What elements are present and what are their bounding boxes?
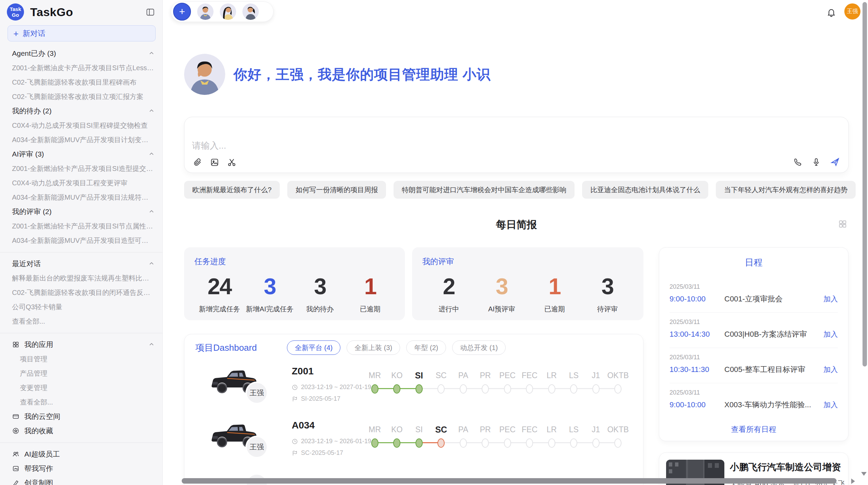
vertical-scrollbar[interactable] xyxy=(863,2,867,366)
view-all-schedule-link[interactable]: 查看所有日程 xyxy=(659,424,848,435)
scroll-down-arrow[interactable] xyxy=(861,472,867,476)
milestone-dot xyxy=(526,384,533,394)
layout-grid-icon[interactable] xyxy=(838,219,847,230)
project-row-z001[interactable]: 王强 Z001 2023-12-19 ~ 2027-01-19 SI-2025-… xyxy=(195,362,633,416)
recent-chat-item[interactable]: 解释最新出台的欧盟报废车法规再生塑料比例被调至15%... xyxy=(0,271,162,285)
milestone-label: FEC xyxy=(522,423,538,436)
sidebar-task-item[interactable]: Z001-全新燃油皮卡产品开发项目SI节点Lesson Learn报告 xyxy=(0,61,162,75)
milestone-line xyxy=(445,388,460,389)
join-button[interactable]: 加入 xyxy=(823,329,838,339)
project-owner-badge: 王强 xyxy=(245,436,268,458)
section-header-my-todo[interactable]: 我的待办 (2) xyxy=(0,104,162,118)
sidebar-task-item[interactable]: Z001-全新燃油轻卡产品开发项目SI节点属性5D文件评审 xyxy=(0,219,162,233)
sidebar-item-help-write[interactable]: 帮我写作 xyxy=(0,461,162,476)
user-avatar[interactable]: 王强 xyxy=(844,3,860,20)
milestone-label: LS xyxy=(569,369,579,382)
stat-label: AI预评审 xyxy=(475,304,528,314)
recent-chat-item[interactable]: 查看全部... xyxy=(0,314,162,328)
milestone-line xyxy=(400,388,415,389)
stat-value: 3 xyxy=(475,273,528,300)
dashboard-tab[interactable]: 年型 (2) xyxy=(406,340,446,355)
notifications-bell-icon[interactable] xyxy=(827,8,836,18)
stat-label: 进行中 xyxy=(422,304,475,314)
milestone: MR xyxy=(364,369,386,394)
milestone: KO xyxy=(386,369,408,394)
milestone-label: PEC xyxy=(499,369,516,382)
sidebar-task-item[interactable]: C02-飞腾新能源轻客改款项目里程碑画布 xyxy=(0,75,162,89)
section-header-ai-review[interactable]: AI评审 (3) xyxy=(0,147,162,161)
sidebar-task-item[interactable]: C0X4-动力总成开发项目工程变更评审 xyxy=(0,176,162,190)
suggestion-chip[interactable]: 比亚迪全固态电池计划具体说了什么 xyxy=(582,181,708,199)
send-icon[interactable] xyxy=(830,157,840,167)
milestone-label: SC xyxy=(436,369,447,382)
attach-icon[interactable] xyxy=(193,158,202,167)
sidebar-task-item[interactable]: Z001-全新燃油轻卡产品开发项目SI造型提交物评审 xyxy=(0,161,162,176)
dashboard-tab[interactable]: 全新上装 (3) xyxy=(347,340,400,355)
project-dashboard-card: 项目Dashboard 全新平台 (4)全新上装 (3)年型 (2)动总开发 (… xyxy=(184,334,643,485)
project-row-a034[interactable]: 王强 A034 2023-12-19 ~ 2026-01-19 SC-2025-… xyxy=(195,416,633,471)
milestone-line xyxy=(489,388,504,389)
event-date: 2025/03/11 xyxy=(670,283,838,290)
project-flag: SI-2025-05-17 xyxy=(301,395,340,402)
app-item[interactable]: 变更管理 xyxy=(0,381,162,395)
milestone-dot xyxy=(460,384,467,394)
flag-icon xyxy=(292,450,298,456)
new-chat-button[interactable]: + 新对话 xyxy=(8,25,156,41)
agent-avatar-3[interactable] xyxy=(242,3,259,20)
stat-label: 我的待办 xyxy=(295,304,345,314)
dashboard-tab[interactable]: 全新平台 (4) xyxy=(287,340,340,355)
sidebar-task-item[interactable]: A034-全新新能源MUV产品开发项目法规符合性评审 xyxy=(0,190,162,204)
task-progress-title: 任务进度 xyxy=(194,256,395,267)
sidebar-item-creative-draw[interactable]: 创意制图 xyxy=(0,476,162,485)
sidebar-task-item[interactable]: A034-全新新能源MUV产品开发项目计划变更表编写 xyxy=(0,133,162,147)
scissors-icon[interactable] xyxy=(227,158,237,167)
milestone: PEC xyxy=(496,423,519,448)
event-time: 9:00-10:00 xyxy=(670,295,724,303)
recent-chat-item[interactable]: 公司Q3轻卡销量 xyxy=(0,300,162,314)
chevron-up-icon xyxy=(148,341,155,348)
milestone-dot xyxy=(570,384,577,394)
section-header-my-apps[interactable]: 我的应用 xyxy=(0,337,162,352)
join-button[interactable]: 加入 xyxy=(823,365,838,374)
recent-chat-item[interactable]: C02-飞腾新能源轻客改款项目的闭环通告反馈情况 xyxy=(0,285,162,300)
join-button[interactable]: 加入 xyxy=(823,400,838,410)
suggestion-chip[interactable]: 当下年轻人对汽车外观有怎样的喜好趋势 xyxy=(716,181,856,199)
chevron-up-icon xyxy=(148,260,155,267)
milestone-line xyxy=(378,442,394,443)
image-icon[interactable] xyxy=(210,158,219,167)
news-title: 小鹏飞行汽车制造公司增资 xyxy=(730,461,842,473)
suggestion-chip[interactable]: 欧洲新规最近颁布了什么? xyxy=(184,181,280,199)
divider xyxy=(0,252,162,252)
section-header-my-review[interactable]: 我的评审 (2) xyxy=(0,204,162,219)
horizontal-scrollbar[interactable] xyxy=(182,478,836,484)
mic-icon[interactable] xyxy=(811,157,821,167)
suggestion-chip[interactable]: 如何写一份清晰的项目周报 xyxy=(287,181,386,199)
sidebar-collapse-icon[interactable] xyxy=(146,8,155,18)
section-header-agent-done[interactable]: Agent已办 (3) xyxy=(0,46,162,61)
phone-icon[interactable] xyxy=(793,157,803,167)
dashboard-tab[interactable]: 动总开发 (1) xyxy=(452,340,506,355)
add-agent-button[interactable]: + xyxy=(173,3,191,21)
milestone-dot xyxy=(504,438,511,448)
suggestion-chip[interactable]: 特朗普可能对进口汽车增税会对中国车企造成哪些影响 xyxy=(394,181,575,199)
sidebar-item-cloud-space[interactable]: 我的云空间 xyxy=(0,409,162,424)
sidebar-item-ai-staff[interactable]: AI超级员工 xyxy=(0,447,162,461)
app-item[interactable]: 查看全部... xyxy=(0,395,162,409)
logo-line2: Go xyxy=(12,12,19,18)
join-button[interactable]: 加入 xyxy=(823,294,838,304)
chat-input[interactable]: 请输入... xyxy=(192,140,226,152)
app-item[interactable]: 产品管理 xyxy=(0,366,162,381)
sidebar-item-favorites[interactable]: 我的收藏 xyxy=(0,424,162,438)
scroll-right-arrow[interactable] xyxy=(851,478,855,484)
schedule-event: 2025/03/11 10:30-11:30 C005-整车工程目标评审 加入 xyxy=(670,348,838,383)
milestone-line xyxy=(445,442,460,443)
agent-avatar-1[interactable] xyxy=(197,3,214,20)
sidebar-task-item[interactable]: A034-全新新能源MUV产品开发项目造型可行性评审 xyxy=(0,233,162,248)
section-header-recent-chats[interactable]: 最近对话 xyxy=(0,257,162,271)
sidebar-task-item[interactable]: C02-飞腾新能源轻客改款项目立项汇报方案 xyxy=(0,89,162,104)
agent-avatar-2[interactable] xyxy=(220,3,236,20)
app-item[interactable]: 项目管理 xyxy=(0,352,162,366)
stat: 24 新增完成任务 xyxy=(194,273,245,314)
stat-label: 已逾期 xyxy=(528,304,581,314)
sidebar-task-item[interactable]: C0X4-动力总成开发项目SI里程碑提交物检查 xyxy=(0,118,162,133)
